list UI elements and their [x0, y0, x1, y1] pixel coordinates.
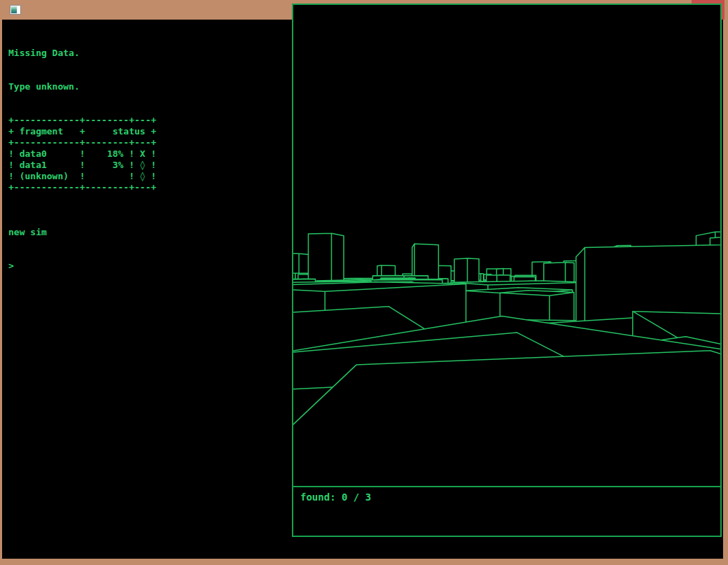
terminal-panel: Missing Data. Type unknown. +-----------…: [8, 25, 281, 294]
scene-container: [293, 5, 720, 486]
wireframe-viewport[interactable]: [293, 5, 720, 486]
new-sim-command[interactable]: new sim: [8, 227, 281, 238]
simulation-panel: found: 0 / 3: [292, 4, 722, 537]
app-icon: [10, 5, 21, 15]
message-line-2: Type unknown.: [8, 81, 281, 92]
fragment-status-table: +------------+--------+---+ + fragment +…: [8, 115, 281, 193]
found-counter: found: 0 / 3: [300, 491, 371, 503]
status-bar: found: 0 / 3: [293, 486, 720, 536]
app-icon-strip: [18, 6, 20, 13]
app-icon-pane: [11, 6, 17, 13]
app-window: Retro Prototype Missing Data. Type unkno…: [0, 0, 728, 565]
command-prompt[interactable]: >: [8, 260, 281, 272]
message-line-1: Missing Data.: [8, 48, 281, 59]
